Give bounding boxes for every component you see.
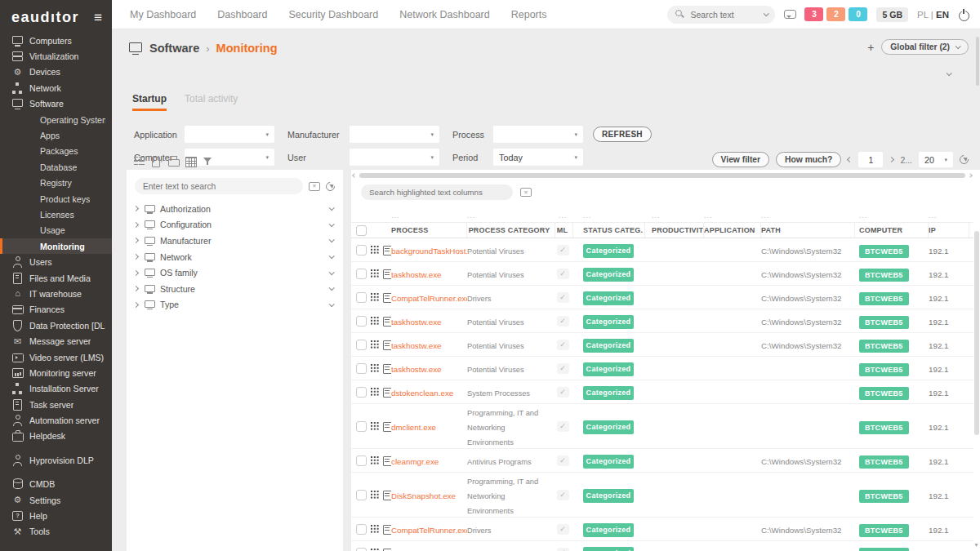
column-filter-2[interactable]: ... [555,211,573,220]
column-filter-1[interactable]: ... [467,211,555,220]
row-checkbox[interactable] [356,548,367,551]
breadcrumb-parent[interactable]: Software [149,42,199,55]
grid-dots-icon[interactable] [370,422,379,431]
notification-badge-1[interactable]: 2 [826,7,845,21]
details-card-icon[interactable] [382,364,391,373]
sidebar-item-software[interactable]: Software [0,96,112,112]
notification-badge-0[interactable]: 3 [804,7,823,21]
sidebar-item-automation-server[interactable]: Automation server [0,412,112,428]
sidebar-item-task-server[interactable]: Task server [0,397,112,412]
process-link[interactable]: dstokenclean.exe [391,389,453,398]
clear-search-icon[interactable]: ✕ [309,182,320,191]
vertical-scrollbar[interactable] [974,231,979,435]
tree-options-chevron-icon[interactable] [329,301,335,307]
row-checkbox[interactable] [356,490,367,500]
sidebar-item-help[interactable]: Help [0,508,112,523]
column-filter-8[interactable]: ... [929,211,969,220]
process-link[interactable]: DiskSnapshot.exe [391,491,456,500]
columns-grid-icon[interactable] [185,156,196,167]
details-card-icon[interactable] [382,456,391,465]
grid-dots-icon[interactable] [370,525,379,534]
search-scope-chevron-icon[interactable] [764,11,769,16]
filter-select-process[interactable]: ▾ [493,126,583,143]
row-checkbox[interactable] [356,292,367,303]
nav-item-reports[interactable]: Reports [511,9,547,20]
sidebar-item-files-and-media[interactable]: Files and Media [0,270,112,286]
column-header-process[interactable]: PROCESS [391,223,467,238]
tree-item-type[interactable]: Type [127,297,343,313]
computer-badge[interactable]: BTCWEB5 [859,387,909,400]
tree-item-manufacturer[interactable]: Manufacturer [127,233,343,249]
sidebar-item-database[interactable]: Database [0,159,112,175]
process-link[interactable]: backgroundTaskHost.exe [391,247,467,256]
nav-item-network-dashboard[interactable]: Network Dashboard [399,9,489,20]
hamburger-menu-icon[interactable]: ≡ [94,10,102,26]
details-card-icon[interactable] [382,422,391,431]
grid-search-input[interactable] [361,184,513,200]
tree-item-network[interactable]: Network [127,249,343,265]
tree-options-chevron-icon[interactable] [329,221,335,227]
sidebar-item-computers[interactable]: Computers [0,33,112,48]
logout-power-icon[interactable] [958,9,969,20]
sidebar-item-video-server-lms[interactable]: Video server (LMS) [0,349,112,365]
sidebar-item-network[interactable]: Network [0,80,112,96]
sidebar-item-virtualization[interactable]: Virtualization [0,48,112,64]
details-card-icon[interactable] [382,293,391,302]
sidebar-item-finances[interactable]: Finances [0,302,112,318]
sidebar-item-apps[interactable]: Apps [0,127,112,143]
tree-options-chevron-icon[interactable] [329,286,335,291]
tree-options-chevron-icon[interactable] [329,238,335,243]
next-page-icon[interactable] [889,157,894,162]
computer-badge[interactable]: BTCWEB5 [859,363,909,376]
sidebar-item-data-protection-dlp[interactable]: Data Protection [DLP] [0,318,112,333]
details-card-icon[interactable] [382,388,391,397]
search-input[interactable] [690,10,759,20]
details-card-icon[interactable] [382,525,391,534]
sidebar-item-monitoring-server[interactable]: Monitoring server [0,365,112,380]
page-size-select[interactable]: 20▾ [919,152,953,167]
refresh-button[interactable]: REFRESH [593,127,652,142]
expand-chevron-icon[interactable] [133,286,139,291]
horizontal-scrollbar[interactable] [351,171,973,179]
grid-dots-icon[interactable] [370,549,379,551]
grid-dots-icon[interactable] [370,246,379,255]
sidebar-item-registry[interactable]: Registry [0,176,112,191]
column-filter-3[interactable]: ... [573,211,645,220]
grid-dots-icon[interactable] [370,269,379,278]
details-card-icon[interactable] [382,317,391,326]
sidebar-item-users[interactable]: Users [0,254,112,269]
expand-chevron-icon[interactable] [133,222,139,228]
sidebar-item-operating-systems[interactable]: Operating Systems [0,112,112,127]
computer-badge[interactable]: BTCWEB5 [859,490,909,503]
select-all-checkbox[interactable] [356,225,367,236]
row-checkbox[interactable] [356,316,367,327]
grid-dots-icon[interactable] [370,317,379,326]
process-link[interactable]: CompatTelRunner.exe [391,294,467,303]
column-header-application[interactable]: APPLICATION [704,223,761,238]
column-header-path[interactable]: PATH [761,223,855,238]
computer-badge[interactable]: BTCWEB5 [859,421,909,434]
process-link[interactable]: taskhostw.exe [391,365,442,374]
column-filter-4[interactable]: ... [645,211,704,220]
computer-badge[interactable]: BTCWEB5 [859,316,909,329]
filter-select-user[interactable]: ▾ [350,149,439,166]
grid-dots-icon[interactable] [370,293,379,302]
how-much-button[interactable]: How much? [776,152,841,167]
refresh-tree-icon[interactable] [326,182,335,191]
grid-dots-icon[interactable] [370,491,379,500]
global-search[interactable] [667,6,775,24]
computer-badge[interactable]: BTCWEB5 [859,269,909,282]
column-header-status-categ[interactable]: STATUS CATEG. [573,223,645,238]
export-icon[interactable] [151,156,162,167]
language-switcher[interactable]: PL | EN [917,10,949,20]
column-filter-0[interactable]: ... [391,211,467,220]
row-checkbox[interactable] [356,269,367,279]
scroll-down-icon[interactable]: ▼ [973,542,979,548]
filter-funnel-icon[interactable] [203,156,213,167]
process-link[interactable]: taskhostw.exe [391,270,442,279]
tab-total-activity[interactable]: Total activity [185,93,238,111]
grid-dots-icon[interactable] [370,456,379,465]
reload-grid-icon[interactable] [960,155,969,164]
nav-item-dashboard[interactable]: Dashboard [217,9,267,20]
notification-badge-2[interactable]: 0 [849,7,867,21]
